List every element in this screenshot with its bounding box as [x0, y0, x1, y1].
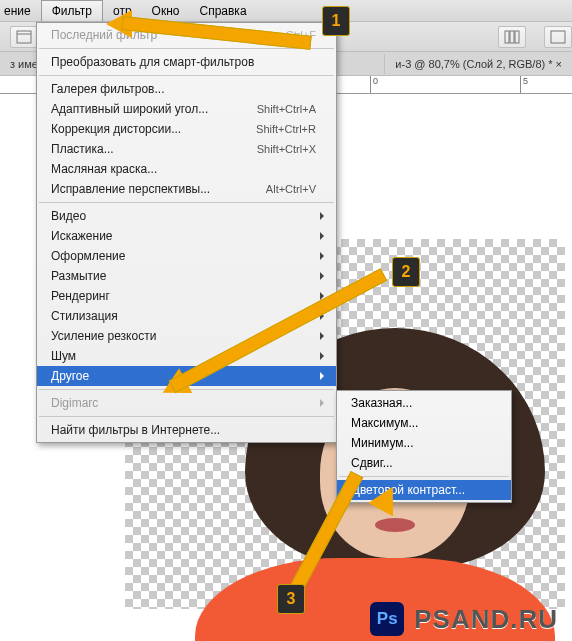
menu-liquify[interactable]: Пластика...Shift+Ctrl+X: [37, 139, 336, 159]
menu-render[interactable]: Рендеринг: [37, 286, 336, 306]
menubar: ение Фильтр отр Окно Справка: [0, 0, 572, 22]
submenu-minimum[interactable]: Минимум...: [337, 433, 511, 453]
submenu-custom[interactable]: Заказная...: [337, 393, 511, 413]
menu-item-edit-cut[interactable]: ение: [0, 1, 41, 21]
svg-rect-5: [510, 31, 514, 43]
submenu-offset[interactable]: Сдвиг...: [337, 453, 511, 473]
menu-distort[interactable]: Искажение: [37, 226, 336, 246]
svg-rect-6: [515, 31, 519, 43]
annotation-badge-3: 3: [277, 584, 305, 614]
ruler-tick: 5: [520, 76, 528, 93]
menu-last-filter: Последний фильтрCtrl+F: [37, 25, 336, 45]
menu-sharpen[interactable]: Усиление резкости: [37, 326, 336, 346]
watermark-text: PSAND.RU: [414, 604, 558, 635]
menu-filter-gallery[interactable]: Галерея фильтров...: [37, 79, 336, 99]
menu-blur[interactable]: Размытие: [37, 266, 336, 286]
menu-video[interactable]: Видео: [37, 206, 336, 226]
menu-digimarc: Digimarc: [37, 393, 336, 413]
annotation-badge-1: 1: [322, 6, 350, 36]
annotation-badge-2: 2: [392, 257, 420, 287]
menu-lens-correction[interactable]: Коррекция дисторсии...Shift+Ctrl+R: [37, 119, 336, 139]
menu-oil-paint[interactable]: Масляная краска...: [37, 159, 336, 179]
menu-stylize[interactable]: Стилизация: [37, 306, 336, 326]
submenu-high-pass[interactable]: Цветовой контраст...: [337, 480, 511, 500]
menu-item-view-cut[interactable]: отр: [103, 1, 142, 21]
menu-convert-smart[interactable]: Преобразовать для смарт-фильтров: [37, 52, 336, 72]
ps-logo-icon: Ps: [370, 602, 404, 636]
menu-adaptive-wide[interactable]: Адаптивный широкий угол...Shift+Ctrl+A: [37, 99, 336, 119]
menu-pixelate[interactable]: Оформление: [37, 246, 336, 266]
submenu-maximum[interactable]: Максимум...: [337, 413, 511, 433]
filter-menu: Последний фильтрCtrl+F Преобразовать для…: [36, 22, 337, 443]
svg-rect-0: [17, 31, 31, 43]
menu-item-window[interactable]: Окно: [142, 1, 190, 21]
document-tab-right[interactable]: и-3 @ 80,7% (Слой 2, RGB/8) * ×: [384, 54, 572, 74]
menu-other[interactable]: Другое: [37, 366, 336, 386]
svg-rect-4: [505, 31, 509, 43]
ruler-tick: 0: [370, 76, 378, 93]
toolbar-button-1[interactable]: [10, 26, 38, 48]
toolbar-button-4[interactable]: [544, 26, 572, 48]
svg-rect-7: [551, 31, 565, 43]
menu-browse-online[interactable]: Найти фильтры в Интернете...: [37, 420, 336, 440]
menu-vanishing-point[interactable]: Исправление перспективы...Alt+Ctrl+V: [37, 179, 336, 199]
toolbar-button-3[interactable]: [498, 26, 526, 48]
menu-item-help[interactable]: Справка: [189, 1, 256, 21]
menu-item-filter[interactable]: Фильтр: [41, 0, 103, 21]
menu-noise[interactable]: Шум: [37, 346, 336, 366]
filter-other-submenu: Заказная... Максимум... Минимум... Сдвиг…: [336, 390, 512, 503]
